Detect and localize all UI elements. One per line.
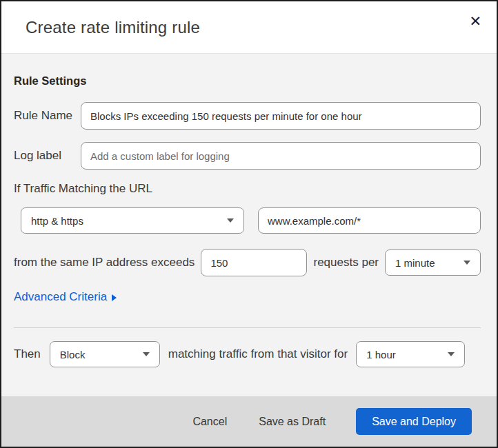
requests-count-input[interactable] [201,249,306,276]
dialog-body: Rule Settings Rule Name Log label If Tra… [1,54,497,396]
chevron-down-icon [227,218,234,223]
chevron-down-icon [464,261,470,265]
dialog-header: Create rate limiting rule ✕ [1,1,497,54]
save-as-draft-button[interactable]: Save as Draft [257,411,327,432]
log-label-row: Log label [14,142,481,170]
advanced-criteria-label: Advanced Criteria [14,290,107,304]
section-divider [14,327,481,328]
save-and-deploy-button[interactable]: Save and Deploy [356,408,472,435]
url-match-row: http & https [21,207,481,234]
period-select[interactable]: 1 minute [385,250,481,276]
dialog-footer: Cancel Save as Draft Save and Deploy [1,396,497,447]
duration-select-value: 1 hour [366,349,396,360]
then-row: Then Block matching traffic from that vi… [14,341,481,367]
then-middle-text: matching traffic from that visitor for [168,347,348,361]
scheme-select-value: http & https [31,215,83,227]
url-pattern-input[interactable] [258,207,481,234]
create-rate-limiting-rule-dialog: Create rate limiting rule ✕ Rule Setting… [0,0,498,448]
log-label-input[interactable] [81,142,481,170]
log-label-label: Log label [14,149,81,163]
chevron-down-icon [448,352,455,356]
scheme-select[interactable]: http & https [21,207,244,234]
section-heading: Rule Settings [14,74,481,88]
chevron-down-icon [143,352,150,356]
duration-select[interactable]: 1 hour [356,341,465,367]
threshold-row: from the same IP address exceeds request… [14,249,481,276]
rule-name-input[interactable] [81,102,481,130]
then-label: Then [14,347,41,361]
cancel-button[interactable]: Cancel [191,411,228,432]
action-select-value: Block [60,349,86,360]
triangle-right-icon [112,294,117,301]
dialog-title: Create rate limiting rule [26,18,200,37]
rule-name-label: Rule Name [14,109,81,123]
action-select[interactable]: Block [50,341,160,367]
period-select-value: 1 minute [395,257,435,269]
rule-name-row: Rule Name [14,102,481,130]
advanced-criteria-link[interactable]: Advanced Criteria [14,290,117,304]
threshold-middle-text: requests per [314,256,379,269]
threshold-prefix-text: from the same IP address exceeds [14,256,195,269]
close-icon[interactable]: ✕ [466,11,484,31]
traffic-match-heading: If Traffic Matching the URL [14,182,481,196]
